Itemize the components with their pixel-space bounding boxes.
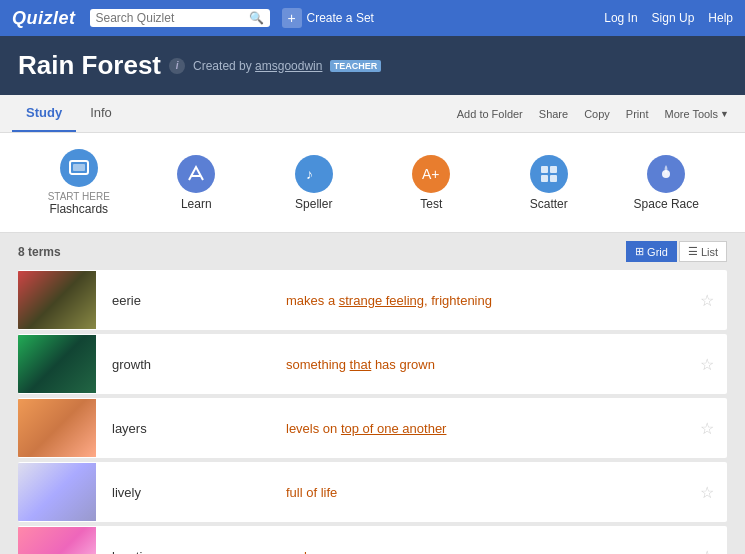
auth-links: Log In Sign Up Help [604,11,733,25]
term-image [18,335,96,393]
term-def-link[interactable]: that [350,357,372,372]
term-image [18,399,96,457]
spacerace-icon [647,155,685,193]
learn-icon [177,155,215,193]
scatter-icon [530,155,568,193]
share-button[interactable]: Share [535,106,572,122]
table-row: location a place ☆ [18,526,727,554]
term-word: location [96,549,276,555]
quizlet-logo: Quizlet [12,8,76,29]
term-definition: a place [276,549,687,555]
copy-button[interactable]: Copy [580,106,614,122]
mode-scatter[interactable]: Scatter [490,143,608,222]
title-area: Rain Forest i Created by amsgoodwin TEAC… [0,36,745,95]
speller-label: Speller [295,197,332,211]
tabs-row: Study Info Add to Folder Share Copy Prin… [0,95,745,133]
login-link[interactable]: Log In [604,11,637,25]
grid-icon: ⊞ [635,245,644,258]
mode-learn[interactable]: Learn [138,143,256,222]
table-row: eerie makes a strange feeling, frighteni… [18,270,727,330]
term-word: layers [96,421,276,436]
signup-link[interactable]: Sign Up [652,11,695,25]
term-image [18,271,96,329]
chevron-down-icon: ▼ [720,109,729,119]
list-label: List [701,246,718,258]
term-image [18,527,96,554]
top-navigation: Quizlet 🔍 + Create a Set Log In Sign Up … [0,0,745,36]
tab-study[interactable]: Study [12,95,76,132]
grid-label: Grid [647,246,668,258]
more-tools-label: More Tools [664,108,718,120]
mode-flashcards[interactable]: START HERE Flashcards [20,143,138,222]
star-button[interactable]: ☆ [687,483,727,502]
grid-view-button[interactable]: ⊞ Grid [626,241,677,262]
speller-icon: ♪ [295,155,333,193]
svg-rect-8 [550,175,557,182]
learn-label: Learn [181,197,212,211]
spacerace-label: Space Race [634,197,699,211]
svg-text:A+: A+ [422,166,440,182]
author-link[interactable]: amsgoodwin [255,59,322,73]
star-button[interactable]: ☆ [687,419,727,438]
mode-speller[interactable]: ♪ Speller [255,143,373,222]
info-icon[interactable]: i [169,58,185,74]
help-link[interactable]: Help [708,11,733,25]
star-button[interactable]: ☆ [687,291,727,310]
svg-rect-1 [73,164,85,171]
tab-info[interactable]: Info [76,95,126,132]
term-image [18,463,96,521]
print-button[interactable]: Print [622,106,653,122]
study-modes: START HERE Flashcards Learn ♪ Speller A+… [0,133,745,233]
mode-spacerace[interactable]: Space Race [608,143,726,222]
term-def-link[interactable]: top of one another [341,421,447,436]
flashcards-sublabel: START HERE [48,191,110,202]
list-icon: ☰ [688,245,698,258]
svg-rect-7 [541,175,548,182]
term-word: eerie [96,293,276,308]
plus-icon: + [282,8,302,28]
test-icon: A+ [412,155,450,193]
create-set-label: Create a Set [307,11,374,25]
svg-text:♪: ♪ [306,166,313,182]
flashcards-icon [60,149,98,187]
term-word: lively [96,485,276,500]
flashcards-label: Flashcards [49,202,108,216]
create-set-button[interactable]: + Create a Set [282,8,374,28]
created-by-label: Created by amsgoodwin TEACHER [193,59,381,73]
term-definition: full of life [276,485,687,500]
more-tools-button[interactable]: More Tools ▼ [660,106,733,122]
terms-list: eerie makes a strange feeling, frighteni… [0,270,745,554]
teacher-badge: TEACHER [330,60,382,72]
terms-bar: 8 terms ⊞ Grid ☰ List [0,233,745,270]
star-button[interactable]: ☆ [687,547,727,555]
term-definition: something that has grown [276,357,687,372]
svg-rect-6 [550,166,557,173]
search-icon: 🔍 [249,11,264,25]
term-word: growth [96,357,276,372]
add-to-folder-button[interactable]: Add to Folder [453,106,527,122]
scatter-label: Scatter [530,197,568,211]
search-bar[interactable]: 🔍 [90,9,270,27]
table-row: layers levels on top of one another ☆ [18,398,727,458]
term-definition: levels on top of one another [276,421,687,436]
term-def-link[interactable]: strange feeling [339,293,424,308]
tab-actions: Add to Folder Share Copy Print More Tool… [453,106,733,122]
svg-rect-5 [541,166,548,173]
table-row: lively full of life ☆ [18,462,727,522]
test-label: Test [420,197,442,211]
terms-count: 8 terms [18,245,61,259]
star-button[interactable]: ☆ [687,355,727,374]
mode-test[interactable]: A+ Test [373,143,491,222]
page-title: Rain Forest [18,50,161,81]
view-toggle: ⊞ Grid ☰ List [626,241,727,262]
search-input[interactable] [96,11,246,25]
list-view-button[interactable]: ☰ List [679,241,727,262]
table-row: growth something that has grown ☆ [18,334,727,394]
term-definition: makes a strange feeling, frightening [276,293,687,308]
